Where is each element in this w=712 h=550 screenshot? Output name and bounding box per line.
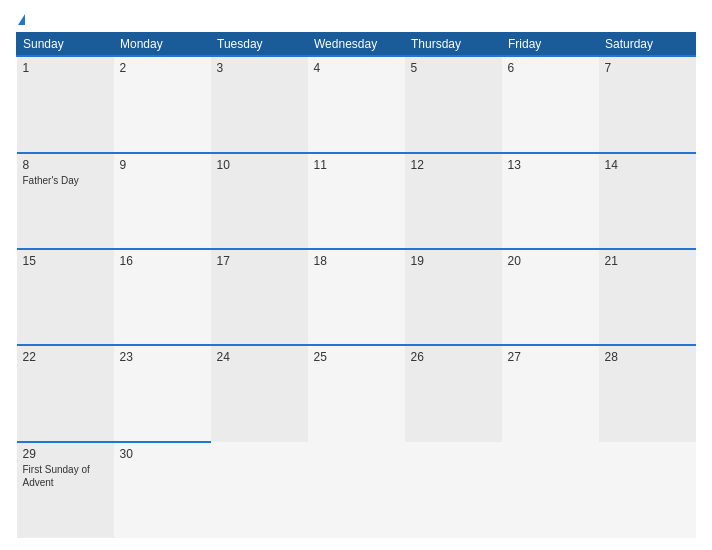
calendar-cell: 29First Sunday of Advent <box>17 442 114 538</box>
week-row-5: 29First Sunday of Advent30 <box>17 442 696 538</box>
day-number: 13 <box>508 158 593 172</box>
event-label: Father's Day <box>23 174 108 187</box>
calendar-cell: 13 <box>502 153 599 249</box>
day-number: 26 <box>411 350 496 364</box>
calendar-cell: 24 <box>211 345 308 441</box>
calendar-cell: 15 <box>17 249 114 345</box>
day-number: 24 <box>217 350 302 364</box>
day-number: 11 <box>314 158 399 172</box>
calendar-cell: 11 <box>308 153 405 249</box>
calendar-cell: 27 <box>502 345 599 441</box>
col-header-thursday: Thursday <box>405 33 502 57</box>
day-number: 8 <box>23 158 108 172</box>
calendar-cell: 7 <box>599 56 696 152</box>
calendar-cell: 14 <box>599 153 696 249</box>
day-number: 15 <box>23 254 108 268</box>
calendar-cell <box>502 442 599 538</box>
calendar-cell: 30 <box>114 442 211 538</box>
calendar-cell: 21 <box>599 249 696 345</box>
week-row-2: 8Father's Day91011121314 <box>17 153 696 249</box>
calendar-cell: 16 <box>114 249 211 345</box>
day-number: 2 <box>120 61 205 75</box>
calendar-cell: 2 <box>114 56 211 152</box>
col-header-sunday: Sunday <box>17 33 114 57</box>
logo-triangle-icon <box>18 14 25 25</box>
day-number: 30 <box>120 447 205 461</box>
calendar-cell <box>308 442 405 538</box>
day-number: 29 <box>23 447 108 461</box>
calendar-cell: 18 <box>308 249 405 345</box>
day-number: 10 <box>217 158 302 172</box>
col-header-tuesday: Tuesday <box>211 33 308 57</box>
day-number: 1 <box>23 61 108 75</box>
header <box>16 12 696 26</box>
calendar-cell: 19 <box>405 249 502 345</box>
day-number: 14 <box>605 158 690 172</box>
day-number: 3 <box>217 61 302 75</box>
week-row-1: 1234567 <box>17 56 696 152</box>
day-number: 16 <box>120 254 205 268</box>
calendar-page: SundayMondayTuesdayWednesdayThursdayFrid… <box>0 0 712 550</box>
col-header-monday: Monday <box>114 33 211 57</box>
calendar-cell: 25 <box>308 345 405 441</box>
calendar-table: SundayMondayTuesdayWednesdayThursdayFrid… <box>16 32 696 538</box>
col-header-saturday: Saturday <box>599 33 696 57</box>
day-number: 12 <box>411 158 496 172</box>
day-number: 5 <box>411 61 496 75</box>
day-number: 25 <box>314 350 399 364</box>
event-label: First Sunday of Advent <box>23 463 108 489</box>
calendar-cell: 1 <box>17 56 114 152</box>
day-number: 22 <box>23 350 108 364</box>
calendar-cell: 28 <box>599 345 696 441</box>
day-number: 27 <box>508 350 593 364</box>
col-header-wednesday: Wednesday <box>308 33 405 57</box>
col-header-friday: Friday <box>502 33 599 57</box>
calendar-cell <box>599 442 696 538</box>
calendar-cell: 20 <box>502 249 599 345</box>
calendar-cell: 6 <box>502 56 599 152</box>
calendar-cell: 26 <box>405 345 502 441</box>
day-number: 4 <box>314 61 399 75</box>
calendar-cell: 8Father's Day <box>17 153 114 249</box>
calendar-cell: 9 <box>114 153 211 249</box>
day-number: 17 <box>217 254 302 268</box>
week-row-3: 15161718192021 <box>17 249 696 345</box>
calendar-cell: 22 <box>17 345 114 441</box>
day-number: 7 <box>605 61 690 75</box>
calendar-cell: 5 <box>405 56 502 152</box>
logo <box>16 12 25 26</box>
day-number: 28 <box>605 350 690 364</box>
logo-general <box>16 12 25 26</box>
calendar-cell: 4 <box>308 56 405 152</box>
day-number: 21 <box>605 254 690 268</box>
day-number: 23 <box>120 350 205 364</box>
day-number: 19 <box>411 254 496 268</box>
day-number: 18 <box>314 254 399 268</box>
days-header-row: SundayMondayTuesdayWednesdayThursdayFrid… <box>17 33 696 57</box>
week-row-4: 22232425262728 <box>17 345 696 441</box>
calendar-cell: 23 <box>114 345 211 441</box>
calendar-cell: 10 <box>211 153 308 249</box>
calendar-cell: 3 <box>211 56 308 152</box>
calendar-cell <box>211 442 308 538</box>
day-number: 9 <box>120 158 205 172</box>
calendar-cell: 17 <box>211 249 308 345</box>
calendar-cell: 12 <box>405 153 502 249</box>
day-number: 6 <box>508 61 593 75</box>
day-number: 20 <box>508 254 593 268</box>
calendar-cell <box>405 442 502 538</box>
